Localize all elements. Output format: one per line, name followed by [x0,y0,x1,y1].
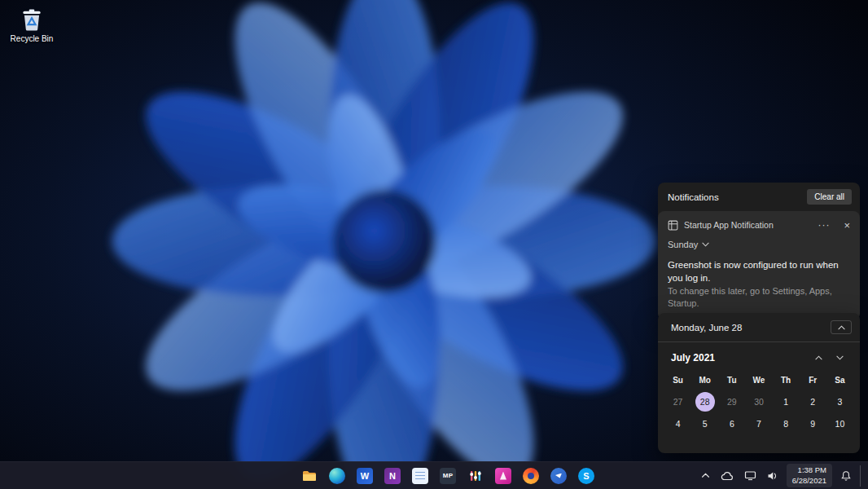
onenote-button[interactable]: N [382,465,404,487]
notepad-icon [412,468,428,484]
pink-app-icon [495,468,511,484]
taskbar: W N MP [0,461,868,489]
calendar-date[interactable]: 27 [669,392,688,412]
chevron-up-icon [838,325,845,330]
dow-label: Fr [809,372,817,390]
calendar-grid: Su Mo Tu We Th Fr Sa 27 28 29 30 1 2 3 4… [658,367,860,440]
calendar-date[interactable]: 10 [830,414,849,434]
calendar-date[interactable]: 5 [695,414,715,434]
calendar-month-label: July 2021 [671,352,808,363]
clear-all-button[interactable]: Clear all [807,189,852,205]
notification-hint-text: To change this later, go to Settings, Ap… [668,285,850,310]
notification-app-title: Startup App Notification [684,220,812,230]
dow-label: Sa [835,372,844,390]
dow-label: Th [781,372,791,390]
word-button[interactable]: W [354,465,376,487]
calendar-header: Monday, June 28 [658,313,860,342]
notification-group-toggle[interactable]: Sunday [668,240,850,249]
calendar-date[interactable]: 8 [776,414,796,434]
calendar-date[interactable]: 9 [803,414,822,434]
desktop: Recycle Bin Notifications Clear all Star… [0,0,868,489]
start-button[interactable] [271,465,293,487]
notification-bell-button[interactable] [838,468,854,484]
skype-button[interactable]: S [576,465,598,487]
edge-icon [329,468,345,484]
mixer-app-button[interactable] [465,465,487,487]
chevron-down-icon [836,355,844,360]
dow-label: Su [673,372,683,390]
word-icon: W [357,468,373,484]
calendar-date[interactable]: 29 [722,392,742,412]
hidden-icons-button[interactable] [699,470,712,481]
chevron-down-icon [702,242,709,247]
pink-app-button[interactable] [493,465,515,487]
calendar-date[interactable]: 30 [749,392,769,412]
dow-label: Tu [727,372,736,390]
calendar-month-row: July 2021 [658,342,860,367]
notification-group-label: Sunday [668,240,698,249]
mediaportal-button[interactable]: MP [437,465,459,487]
calendar-prev-month-button[interactable] [808,350,829,365]
taskbar-center-icons: W N MP [271,465,598,487]
mediaportal-icon: MP [440,468,456,484]
cloud-icon [721,471,734,481]
chevron-up-icon [815,355,822,360]
notifications-header: Notifications Clear all [658,183,860,211]
calendar-date-today[interactable]: 28 [695,392,715,412]
calendar-date[interactable]: 1 [776,392,796,412]
mixer-icon [468,469,483,483]
folder-icon [301,468,318,484]
recycle-bin-glyph [19,7,45,33]
firefox-icon [523,468,539,484]
tray-clock[interactable]: 1:38 PM 6/28/2021 [787,464,832,487]
volume-icon [767,471,778,481]
calendar-collapse-button[interactable] [831,320,852,334]
onedrive-button[interactable] [718,469,736,483]
dow-label: We [753,372,765,390]
notepad-button[interactable] [410,465,432,487]
blue-app-icon [550,468,567,484]
network-button[interactable] [742,468,759,483]
file-explorer-button[interactable] [299,465,321,487]
notification-body-text: Greenshot is now configured to run when … [668,258,850,284]
onenote-icon: N [384,468,401,484]
calendar-date[interactable]: 6 [722,414,742,434]
calendar-date[interactable]: 4 [669,414,688,434]
blue-app-button[interactable] [548,465,570,487]
system-tray: 1:38 PM 6/28/2021 [699,462,863,489]
startup-app-icon [668,220,678,231]
tray-time: 1:38 PM [792,465,826,475]
calendar-date[interactable]: 2 [803,392,822,412]
calendar-date[interactable]: 7 [749,414,769,434]
calendar-date-header: Monday, June 28 [671,323,742,333]
notification-card[interactable]: Startup App Notification ··· × Sunday Gr… [658,211,860,320]
volume-button[interactable] [765,469,781,483]
firefox-button[interactable] [520,465,542,487]
dow-label: Mo [699,372,710,390]
notification-card-header: Startup App Notification ··· × [668,219,850,231]
close-icon[interactable]: × [844,220,850,231]
skype-icon: S [578,468,594,484]
network-icon [744,470,756,481]
show-desktop-button[interactable] [860,465,863,487]
calendar-date[interactable]: 3 [830,392,849,412]
windows-logo-icon [274,468,290,484]
notifications-title: Notifications [668,192,719,202]
edge-button[interactable] [327,465,349,487]
tray-date: 6/28/2021 [792,476,826,486]
chevron-up-icon [701,473,710,478]
more-options-icon[interactable]: ··· [818,219,830,231]
bell-icon [840,470,852,482]
calendar-next-month-button[interactable] [829,350,850,365]
calendar-panel: Monday, June 28 July 2021 Su Mo [658,313,860,453]
recycle-bin-icon[interactable]: Recycle Bin [5,7,59,43]
recycle-bin-label: Recycle Bin [11,34,54,43]
notification-center-panel: Notifications Clear all Startup App Noti… [658,183,860,320]
